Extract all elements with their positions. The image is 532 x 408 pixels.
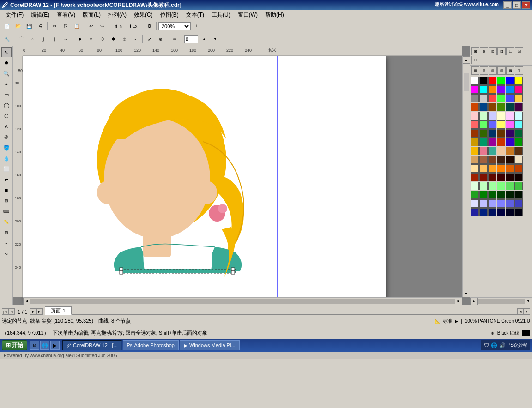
color-swatch-54[interactable] xyxy=(471,156,479,164)
pal-icon4[interactable]: ▥ xyxy=(497,66,506,75)
select-tool[interactable]: ↖ xyxy=(1,47,12,57)
color-swatch-79[interactable] xyxy=(479,191,488,199)
page-tab-1[interactable]: 页面 1 xyxy=(45,306,71,315)
node-count-input[interactable] xyxy=(184,35,198,43)
palette-scroll[interactable]: ▲ ▼ xyxy=(470,297,532,305)
scroll-up-btn[interactable]: ▲ xyxy=(463,56,470,64)
zoom-select[interactable]: 200% xyxy=(158,22,191,30)
menu-text[interactable]: 文本(T) xyxy=(182,10,208,20)
color-swatch-4[interactable] xyxy=(506,77,514,85)
pal-btn2[interactable]: ⊟ xyxy=(480,47,488,55)
color-swatch-67[interactable] xyxy=(479,173,488,181)
page-next-btn[interactable]: ► xyxy=(30,308,36,315)
color-swatch-7[interactable] xyxy=(479,85,488,94)
color-swatch-85[interactable] xyxy=(479,199,488,208)
color-swatch-30[interactable] xyxy=(471,120,479,129)
color-swatch-46[interactable] xyxy=(506,138,514,146)
transform-tool[interactable]: ⊞ xyxy=(1,196,12,206)
color-swatch-45[interactable] xyxy=(497,138,505,146)
color-swatch-62[interactable] xyxy=(488,164,496,173)
text-tool[interactable]: A xyxy=(1,121,12,132)
color-swatch-59[interactable] xyxy=(514,156,523,164)
menu-help[interactable]: 帮助(H) xyxy=(261,10,288,20)
taskbar-media-player[interactable]: ▶ Windows Media Pl... xyxy=(180,340,240,350)
zoom-tool[interactable]: 🔍 xyxy=(1,68,12,78)
color-swatch-82[interactable] xyxy=(506,191,514,199)
pal-scroll-down[interactable]: ▼ xyxy=(525,298,532,305)
color-swatch-93[interactable] xyxy=(497,208,505,216)
node-btn2[interactable]: ◇ xyxy=(86,34,96,44)
color-swatch-72[interactable] xyxy=(471,182,479,190)
canvas-container[interactable]: 0 20 40 60 80 100 120 140 160 180 200 22… xyxy=(13,46,470,305)
color-swatch-49[interactable] xyxy=(479,147,488,155)
print-btn[interactable]: 🖨 xyxy=(35,21,45,31)
save-btn[interactable]: 💾 xyxy=(24,21,34,31)
menu-tools[interactable]: 工具(U) xyxy=(208,10,234,20)
color-swatch-61[interactable] xyxy=(479,164,488,173)
color-swatch-19[interactable] xyxy=(479,103,488,111)
color-swatch-28[interactable] xyxy=(506,112,514,120)
color-swatch-39[interactable] xyxy=(497,129,505,138)
color-swatch-0[interactable] xyxy=(471,77,479,85)
menu-effects[interactable]: 效果(C) xyxy=(130,10,157,20)
color-swatch-32[interactable] xyxy=(488,120,496,129)
pal-scroll-up[interactable]: ▲ xyxy=(470,298,478,305)
color-swatch-94[interactable] xyxy=(506,208,514,216)
color-swatch-47[interactable] xyxy=(514,138,523,146)
curve-btn1[interactable]: ⌒ xyxy=(16,34,26,44)
page-last-btn[interactable]: ►| xyxy=(36,308,43,315)
color-swatch-87[interactable] xyxy=(497,199,505,208)
redo-btn[interactable]: ↪ xyxy=(97,21,107,31)
pal-btn6[interactable]: ☑ xyxy=(515,47,523,55)
zoom-in-btn[interactable]: + xyxy=(192,21,202,31)
color-swatch-50[interactable] xyxy=(488,147,496,155)
color-swatch-3[interactable] xyxy=(497,77,505,85)
color-swatch-12[interactable] xyxy=(471,94,479,102)
polygon-tool[interactable]: ⬡ xyxy=(1,111,12,121)
menu-layout[interactable]: 版面(L) xyxy=(79,10,104,20)
outline-tool[interactable]: ⬜ xyxy=(1,164,12,174)
menu-arrange[interactable]: 排列(A) xyxy=(104,10,130,20)
curve-btn5[interactable]: ~ xyxy=(60,34,71,44)
color-swatch-35[interactable] xyxy=(514,120,523,129)
color-swatch-76[interactable] xyxy=(506,182,514,190)
color-swatch-78[interactable] xyxy=(471,191,479,199)
pal-icon3[interactable]: ▤ xyxy=(489,66,497,75)
color-swatch-13[interactable] xyxy=(479,94,488,102)
curve-btn3[interactable]: ∫ xyxy=(38,34,48,44)
color-swatch-26[interactable] xyxy=(488,112,496,120)
color-swatch-9[interactable] xyxy=(497,85,505,94)
pal-icon1[interactable]: ▦ xyxy=(471,66,479,75)
pal-icon2[interactable]: ▧ xyxy=(480,66,488,75)
color-swatch-51[interactable] xyxy=(497,147,505,155)
color-swatch-60[interactable] xyxy=(471,164,479,173)
color-swatch-63[interactable] xyxy=(497,164,505,173)
pal-btn3[interactable]: ⊠ xyxy=(489,47,497,55)
maximize-button[interactable]: □ xyxy=(513,1,521,9)
tray-network[interactable]: 🌐 xyxy=(491,342,497,348)
taskbar-coreldraw[interactable]: 🖊 CorelDRAW 12 - [... xyxy=(62,340,122,350)
menu-window[interactable]: 窗口(W) xyxy=(234,10,261,20)
color-swatch-68[interactable] xyxy=(488,173,496,181)
color-swatch-29[interactable] xyxy=(514,112,523,120)
blend-tool[interactable]: ⇌ xyxy=(1,174,12,185)
menu-file[interactable]: 文件(F) xyxy=(2,10,27,20)
color-swatch-11[interactable] xyxy=(514,85,523,94)
tab-scroll-left[interactable]: ◄ xyxy=(517,308,524,315)
color-swatch-64[interactable] xyxy=(506,164,514,173)
pal-btn1[interactable]: ⊞ xyxy=(471,47,479,55)
pal-btn7[interactable]: ☒ xyxy=(471,56,479,64)
scroll-thumb[interactable] xyxy=(464,73,469,91)
tray-volume[interactable]: 🔊 xyxy=(499,342,506,348)
node-btn3[interactable]: ⬡ xyxy=(97,34,107,44)
color-swatch-91[interactable] xyxy=(479,208,488,216)
close-button[interactable]: ✕ xyxy=(522,1,530,9)
start-button[interactable]: ⊞ 开始 xyxy=(2,340,27,350)
color-swatch-24[interactable] xyxy=(471,112,479,120)
color-swatch-43[interactable] xyxy=(479,138,488,146)
menu-bitmap[interactable]: 位图(B) xyxy=(157,10,182,20)
color-swatch-37[interactable] xyxy=(479,129,488,138)
color-swatch-89[interactable] xyxy=(514,199,523,208)
color-swatch-17[interactable] xyxy=(514,94,523,102)
color-swatch-57[interactable] xyxy=(497,156,505,164)
